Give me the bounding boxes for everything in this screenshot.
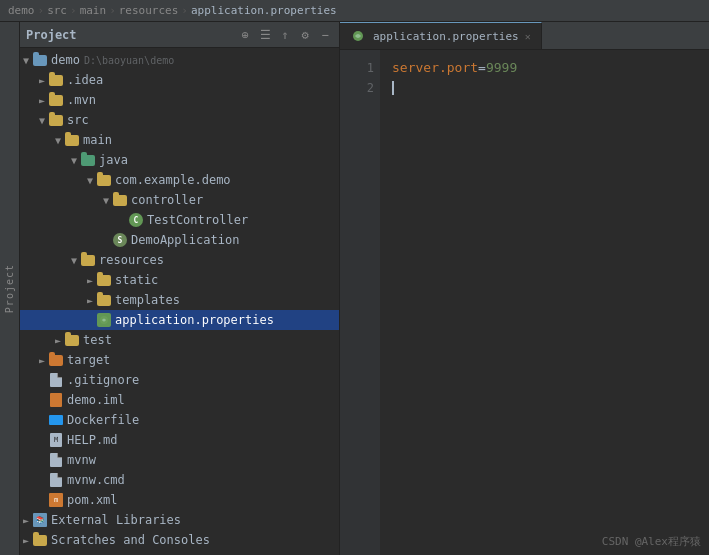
- breadcrumb-sep-3: ›: [109, 4, 116, 17]
- line-num-1: 1: [346, 58, 374, 78]
- watermark: CSDN @Alex程序猿: [602, 534, 701, 549]
- folder-icon-templates: [96, 292, 112, 308]
- tab-close-appprops[interactable]: ✕: [525, 31, 531, 42]
- package-icon-com: [96, 172, 112, 188]
- tree-item-mvn[interactable]: ► .mvn: [20, 90, 339, 110]
- tree-item-appprops[interactable]: application.properties: [20, 310, 339, 330]
- project-toolbar: Project ⊕ ☰ ⇑ ⚙ −: [20, 22, 339, 48]
- breadcrumb-part-2[interactable]: src: [47, 4, 67, 17]
- folder-icon-target: [48, 352, 64, 368]
- breadcrumb-sep-2: ›: [70, 4, 77, 17]
- text-cursor: [392, 81, 394, 95]
- tree-item-static[interactable]: ► static: [20, 270, 339, 290]
- item-label-target: target: [67, 353, 110, 367]
- item-label-mvnwcmd: mvnw.cmd: [67, 473, 125, 487]
- package-icon-controller: [112, 192, 128, 208]
- sidebar-label-text: Project: [4, 264, 15, 313]
- tab-props-icon: [350, 28, 366, 44]
- tree-item-mvnw[interactable]: mvnw: [20, 450, 339, 470]
- item-label-helpmd: HELP.md: [67, 433, 118, 447]
- tree-item-controller[interactable]: ▼ controller: [20, 190, 339, 210]
- arrow-templates: ►: [84, 295, 96, 306]
- tree-item-demoiml[interactable]: demo.iml: [20, 390, 339, 410]
- main-layout: Project Project ⊕ ☰ ⇑ ⚙ − ▼ demo D:\baoy…: [0, 22, 709, 555]
- code-key-1: server.port: [392, 58, 478, 78]
- tree-item-main[interactable]: ▼ main: [20, 130, 339, 150]
- item-path-demo: D:\baoyuan\demo: [84, 55, 174, 66]
- editor-area: application.properties ✕ 1 2 server.port…: [340, 22, 709, 555]
- item-label-dockerfile: Dockerfile: [67, 413, 139, 427]
- item-label-templates: templates: [115, 293, 180, 307]
- arrow-src: ▼: [36, 115, 48, 126]
- code-line-1: server.port=9999: [392, 58, 697, 78]
- item-label-appprops: application.properties: [115, 313, 274, 327]
- item-label-src: src: [67, 113, 89, 127]
- folder-icon-main: [64, 132, 80, 148]
- code-content[interactable]: server.port=9999: [380, 50, 709, 555]
- tree-item-test[interactable]: ► test: [20, 330, 339, 350]
- line-numbers: 1 2: [340, 50, 380, 555]
- folder-icon-resources: [80, 252, 96, 268]
- tree-item-gitignore[interactable]: .gitignore: [20, 370, 339, 390]
- tree-item-demoapplication[interactable]: S DemoApplication: [20, 230, 339, 250]
- code-editor[interactable]: 1 2 server.port=9999: [340, 50, 709, 555]
- tree-item-testcontroller[interactable]: C TestController: [20, 210, 339, 230]
- class-icon-testcontroller: C: [128, 212, 144, 228]
- breadcrumb-part-1[interactable]: demo: [8, 4, 35, 17]
- item-label-idea: .idea: [67, 73, 103, 87]
- breadcrumb-part-3[interactable]: main: [80, 4, 107, 17]
- tree-item-resources[interactable]: ▼ resources: [20, 250, 339, 270]
- sidebar-label-strip: Project: [0, 22, 20, 555]
- tree-item-templates[interactable]: ► templates: [20, 290, 339, 310]
- breadcrumb-sep-1: ›: [38, 4, 45, 17]
- props-icon-appprops: [96, 312, 112, 328]
- file-icon-mvnw: [48, 452, 64, 468]
- folder-icon-src: [48, 112, 64, 128]
- arrow-resources: ▼: [68, 255, 80, 266]
- item-label-mvnw: mvnw: [67, 453, 96, 467]
- folder-icon-scratches: [32, 532, 48, 548]
- tab-bar: application.properties ✕: [340, 22, 709, 50]
- item-label-gitignore: .gitignore: [67, 373, 139, 387]
- item-label-demoapplication: DemoApplication: [131, 233, 239, 247]
- tree-item-src[interactable]: ▼ src: [20, 110, 339, 130]
- tree-item-target[interactable]: ► target: [20, 350, 339, 370]
- breadcrumb-part-4[interactable]: resources: [119, 4, 179, 17]
- layout-icon[interactable]: ☰: [257, 27, 273, 43]
- item-label-demoiml: demo.iml: [67, 393, 125, 407]
- arrow-controller: ▼: [100, 195, 112, 206]
- tree-item-pomxml[interactable]: m pom.xml: [20, 490, 339, 510]
- tree-item-demo[interactable]: ▼ demo D:\baoyuan\demo: [20, 50, 339, 70]
- line-num-2: 2: [346, 78, 374, 98]
- arrow-static: ►: [84, 275, 96, 286]
- code-equals-1: =: [478, 58, 486, 78]
- close-icon[interactable]: −: [317, 27, 333, 43]
- add-icon[interactable]: ⊕: [237, 27, 253, 43]
- breadcrumb-sep-4: ›: [181, 4, 188, 17]
- settings-icon[interactable]: ⚙: [297, 27, 313, 43]
- item-label-mvn: .mvn: [67, 93, 96, 107]
- collapse-icon[interactable]: ⇑: [277, 27, 293, 43]
- breadcrumb: demo › src › main › resources › applicat…: [0, 0, 709, 22]
- item-label-test: test: [83, 333, 112, 347]
- tree-item-java[interactable]: ▼ java: [20, 150, 339, 170]
- item-label-controller: controller: [131, 193, 203, 207]
- arrow-idea: ►: [36, 75, 48, 86]
- folder-icon-mvn: [48, 92, 64, 108]
- folder-icon-java: [80, 152, 96, 168]
- tree-item-dockerfile[interactable]: Dockerfile: [20, 410, 339, 430]
- item-label-main: main: [83, 133, 112, 147]
- tree-item-helpmd[interactable]: M HELP.md: [20, 430, 339, 450]
- tree-item-idea[interactable]: ► .idea: [20, 70, 339, 90]
- file-tree[interactable]: ▼ demo D:\baoyuan\demo ► .idea ►: [20, 48, 339, 555]
- tree-item-mvnwcmd[interactable]: mvnw.cmd: [20, 470, 339, 490]
- tree-item-extlibs[interactable]: ► 📚 External Libraries: [20, 510, 339, 530]
- arrow-scratches: ►: [20, 535, 32, 546]
- folder-icon-static: [96, 272, 112, 288]
- tree-item-scratches[interactable]: ► Scratches and Consoles: [20, 530, 339, 550]
- tree-item-com-example[interactable]: ▼ com.example.demo: [20, 170, 339, 190]
- item-label-demo: demo: [51, 53, 80, 67]
- tab-appprops[interactable]: application.properties ✕: [340, 22, 542, 49]
- arrow-target: ►: [36, 355, 48, 366]
- item-label-java: java: [99, 153, 128, 167]
